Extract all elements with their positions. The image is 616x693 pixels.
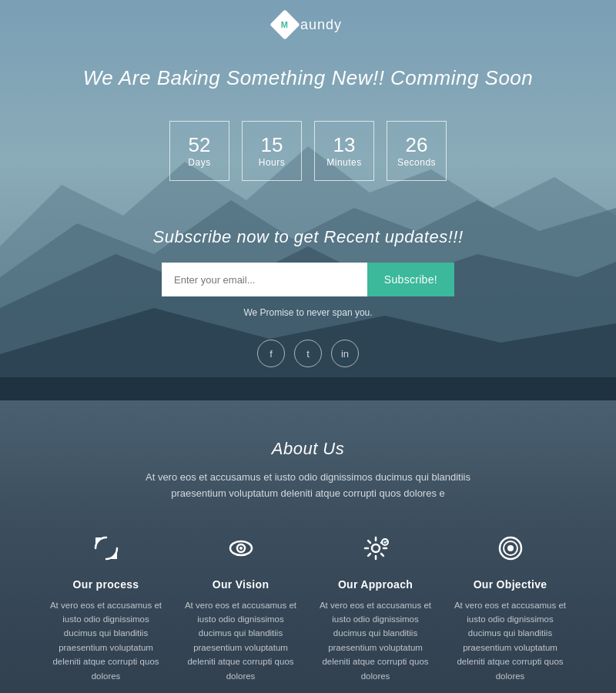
vision-title: Our Vision [213, 578, 270, 591]
countdown-seconds: 26 Seconds [387, 121, 447, 181]
feature-vision: Our Vision At vero eos et accusamus et i… [181, 533, 300, 683]
logo-name: aundy [300, 17, 342, 33]
facebook-icon[interactable]: f [257, 340, 285, 367]
subscribe-form: Subscribe! [162, 263, 454, 296]
subscribe-button[interactable]: Subscribe! [367, 263, 454, 296]
vision-desc: At vero eos et accusamus et iusto odio d… [181, 598, 300, 683]
days-label: Days [188, 157, 210, 168]
objective-title: Our Objective [474, 578, 547, 591]
social-icons: f t in [257, 340, 359, 367]
hero-title: We Are Baking Something New!! Comming So… [83, 66, 534, 90]
approach-desc: At vero eos et accusamus et iusto odio d… [316, 598, 435, 683]
hours-value: 15 [261, 134, 283, 156]
email-input[interactable] [162, 263, 367, 296]
twitter-icon[interactable]: t [294, 340, 322, 367]
about-title: About Us [46, 439, 570, 459]
about-description: At vero eos et accusamus et iusto odio d… [123, 470, 493, 502]
countdown: 52 Days 15 Hours 13 Minutes 26 Seconds [169, 121, 447, 181]
subscribe-note: We Promise to never span you. [243, 307, 372, 318]
process-icon [91, 533, 122, 567]
subscribe-section: Subscribe now to get Recent updates!!! S… [152, 227, 463, 318]
countdown-minutes: 13 Minutes [314, 121, 374, 181]
navbar: M aundy [0, 0, 616, 43]
hours-label: Hours [259, 157, 286, 168]
linkedin-icon[interactable]: in [331, 340, 359, 367]
feature-approach: Our Approach At vero eos et accusamus et… [316, 533, 435, 683]
process-title: Our process [73, 578, 139, 591]
about-section: About Us At vero eos et accusamus et ius… [0, 400, 616, 693]
countdown-hours: 15 Hours [242, 121, 302, 181]
feature-objective: Our Objective At vero eos et accusamus e… [450, 533, 570, 683]
logo-letter: M [281, 20, 288, 28]
svg-rect-5 [0, 377, 616, 400]
feature-process: Our process At vero eos et accusamus et … [46, 533, 166, 683]
hero-section: M aundy We Are Baking Something New!! Co… [0, 0, 616, 400]
seconds-value: 26 [406, 134, 428, 156]
minutes-value: 13 [333, 134, 356, 156]
approach-icon [360, 533, 391, 567]
svg-point-10 [239, 547, 243, 550]
approach-title: Our Approach [338, 578, 413, 591]
minutes-label: Minutes [326, 157, 362, 168]
logo: M aundy [274, 14, 342, 35]
subscribe-title: Subscribe now to get Recent updates!!! [152, 227, 463, 247]
objective-desc: At vero eos et accusamus et iusto odio d… [450, 598, 570, 683]
countdown-days: 52 Days [169, 121, 229, 181]
svg-point-11 [372, 544, 380, 552]
features-grid: Our process At vero eos et accusamus et … [46, 533, 570, 683]
objective-icon [495, 533, 526, 567]
logo-diamond: M [270, 9, 300, 40]
process-desc: At vero eos et accusamus et iusto odio d… [46, 598, 166, 683]
svg-point-15 [507, 545, 514, 551]
days-value: 52 [189, 134, 211, 156]
vision-icon [226, 533, 256, 567]
seconds-label: Seconds [397, 157, 436, 168]
